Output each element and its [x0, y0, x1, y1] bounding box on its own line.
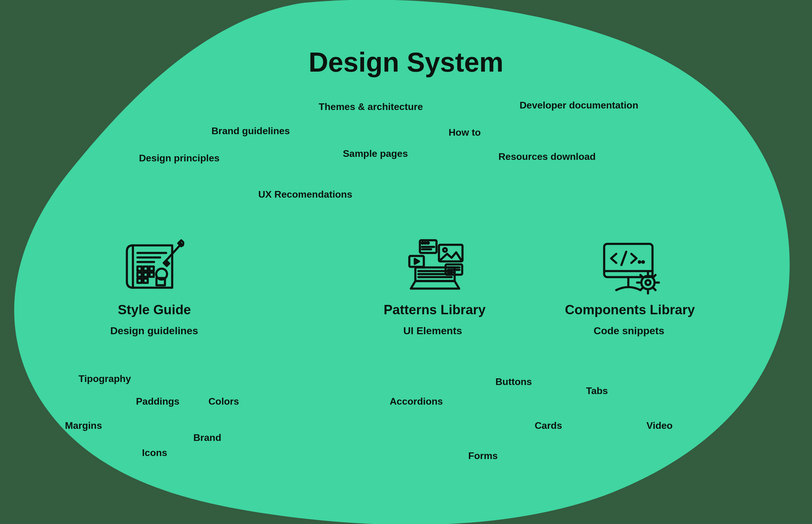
style-guide-subtitle: Design guidelines	[110, 325, 198, 337]
tag-developer-documentation: Developer documentation	[520, 100, 638, 111]
svg-point-34	[639, 261, 640, 263]
svg-point-24	[443, 248, 447, 252]
svg-rect-3	[137, 273, 142, 277]
tag-video: Video	[646, 420, 673, 431]
svg-point-37	[645, 280, 650, 285]
svg-rect-5	[150, 273, 154, 277]
svg-point-19	[425, 242, 426, 244]
tag-accordions: Accordions	[390, 396, 443, 407]
svg-line-43	[654, 288, 656, 290]
style-guide-icon	[121, 239, 184, 295]
tag-colors: Colors	[208, 396, 239, 407]
tag-brand-guidelines: Brand guidelines	[212, 126, 290, 136]
patterns-library-icon	[403, 237, 467, 296]
patterns-library-title: Patterns Library	[384, 302, 486, 317]
tag-forms: Forms	[468, 450, 498, 461]
components-library-title: Components Library	[565, 302, 695, 317]
tag-margins: Margins	[65, 420, 102, 431]
tag-icons: Icons	[142, 447, 167, 458]
tag-themes-architecture: Themes & architecture	[319, 101, 423, 112]
svg-rect-4	[143, 273, 148, 277]
svg-point-18	[422, 242, 424, 244]
tag-tabs: Tabs	[586, 385, 608, 396]
svg-line-44	[654, 275, 656, 277]
tag-sample-pages: Sample pages	[343, 148, 408, 159]
tag-design-principles: Design principles	[139, 153, 220, 164]
patterns-library-subtitle: UI Elements	[403, 325, 462, 337]
tag-paddings: Paddings	[136, 396, 180, 407]
svg-rect-1	[143, 266, 148, 271]
tag-how-to: How to	[449, 127, 481, 138]
style-guide-title: Style Guide	[118, 302, 191, 317]
svg-rect-7	[143, 279, 148, 283]
diagram-stage: Design System Design principles Brand gu…	[0, 0, 812, 524]
diagram-title: Design System	[0, 47, 812, 78]
svg-line-45	[640, 288, 642, 290]
components-library-subtitle: Code snippets	[594, 325, 664, 337]
tag-buttons: Buttons	[495, 376, 532, 388]
svg-line-42	[640, 275, 642, 277]
tag-tipography: Tipography	[79, 373, 131, 384]
svg-rect-0	[137, 266, 142, 271]
svg-rect-6	[137, 279, 142, 283]
tag-brand: Brand	[193, 432, 221, 443]
tag-resources-download: Resources download	[498, 151, 596, 162]
svg-point-35	[642, 261, 644, 263]
svg-point-20	[427, 242, 429, 244]
svg-rect-2	[150, 266, 154, 271]
tag-cards: Cards	[535, 420, 562, 431]
components-library-icon	[599, 240, 660, 296]
svg-line-33	[621, 252, 626, 265]
tag-ux-recommendations: UX Recomendations	[258, 189, 352, 200]
